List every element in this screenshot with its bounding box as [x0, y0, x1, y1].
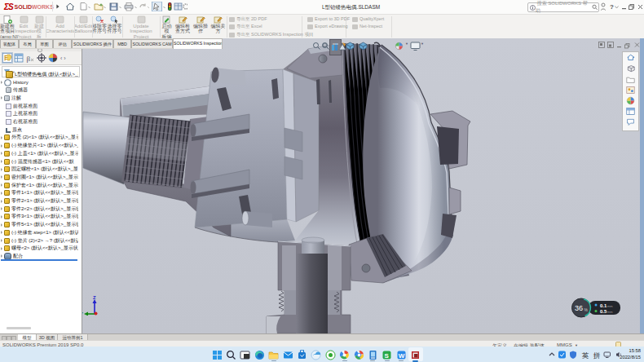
- svg-text:0.1: 0.1: [600, 303, 607, 308]
- svg-text:英: 英: [581, 351, 589, 360]
- svg-text:36: 36: [575, 304, 583, 312]
- svg-text:mm: mm: [607, 304, 613, 308]
- svg-text:mm: mm: [607, 310, 613, 314]
- svg-text:?: ?: [610, 3, 614, 11]
- svg-text:0.5: 0.5: [600, 309, 607, 314]
- svg-text:%: %: [584, 307, 589, 312]
- svg-text:拼: 拼: [593, 351, 601, 360]
- svg-text:S: S: [385, 352, 390, 360]
- svg-text:W: W: [398, 352, 404, 360]
